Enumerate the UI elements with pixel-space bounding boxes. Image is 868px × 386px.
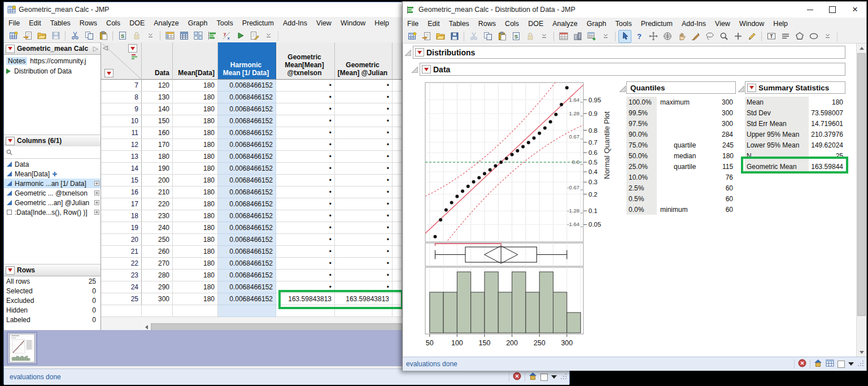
table-cell[interactable]: •: [335, 139, 392, 151]
row-number-cell[interactable]: 23: [101, 270, 142, 281]
row-number-cell[interactable]: 18: [101, 210, 142, 222]
row-number-cell[interactable]: 10: [101, 115, 142, 127]
red-triangle-menu-icon[interactable]: [422, 65, 431, 73]
table-red-icon[interactable]: [557, 30, 570, 43]
row-number-cell[interactable]: 24: [101, 281, 142, 293]
menu-file[interactable]: File: [4, 18, 24, 28]
column-item[interactable]: Data: [4, 159, 101, 169]
save-icon[interactable]: [49, 29, 62, 42]
table-cell[interactable]: 0.0068466152: [218, 234, 276, 246]
home-icon[interactable]: [814, 359, 822, 370]
table-cell[interactable]: 270: [142, 258, 173, 270]
column-item[interactable]: Geometric ... @txnelson: [4, 188, 101, 198]
notes-value[interactable]: https://community.j: [30, 57, 86, 65]
menu-rows[interactable]: Rows: [75, 18, 102, 28]
table-cell[interactable]: 150: [142, 115, 173, 127]
table-row[interactable]: 222701800.0068466152••: [101, 258, 402, 270]
overflow-icon[interactable]: [821, 30, 834, 43]
calc-table-icon[interactable]: [177, 29, 190, 42]
red-triangle-menu-icon[interactable]: [128, 44, 137, 53]
table-cell[interactable]: •: [335, 258, 392, 270]
table-cell[interactable]: 120: [142, 80, 173, 92]
column-item[interactable]: Geometric ...an] @Julian: [4, 198, 101, 207]
table-cell[interactable]: •: [335, 163, 392, 175]
table-cell[interactable]: 290: [142, 281, 173, 293]
table-cell[interactable]: 300: [142, 293, 173, 305]
table-cell[interactable]: •: [335, 115, 392, 127]
table-row[interactable]: 141901800.0068466152••: [101, 163, 402, 175]
table-cell[interactable]: •: [276, 258, 335, 270]
table-cell[interactable]: •: [335, 210, 392, 222]
table-row[interactable]: 172201800.0068466152••: [101, 198, 402, 210]
summary-statistics-header[interactable]: Summary Statistics: [745, 81, 845, 94]
polygon-icon[interactable]: [793, 30, 806, 43]
red-triangle-menu-icon[interactable]: [6, 45, 15, 53]
table-cell[interactable]: 180: [173, 115, 218, 127]
overflow-icon[interactable]: [262, 29, 275, 42]
plus-icon[interactable]: [731, 30, 744, 43]
table-cell[interactable]: •: [276, 163, 335, 175]
table-row[interactable]: 232801800.0068466152••: [101, 270, 402, 281]
menu-tables[interactable]: Tables: [444, 19, 474, 29]
table-cell[interactable]: 180: [173, 258, 218, 270]
report-thumbnail[interactable]: [7, 332, 37, 365]
script-icon[interactable]: [248, 29, 261, 42]
help-icon[interactable]: ?: [633, 30, 645, 43]
textbox-icon[interactable]: T: [765, 30, 778, 43]
distribution-plots[interactable]: 1.641.280.670.0-0.67-1.28-1.640.950.90.8…: [424, 80, 616, 354]
table-cell[interactable]: 0.0068466152: [218, 151, 276, 163]
menu-view[interactable]: View: [710, 19, 735, 29]
table-row[interactable]: 253001800.0068466152163.59843813163.5984…: [101, 293, 402, 305]
column-item-label[interactable]: :Data[Inde...s(), Row() )]: [15, 209, 88, 216]
table-row[interactable]: 121701800.0068466152••: [101, 139, 402, 151]
table-script-item[interactable]: Distribution of Data: [4, 66, 101, 76]
menu-predictum[interactable]: Predictum: [238, 18, 278, 28]
table-cell[interactable]: 160: [142, 127, 173, 139]
table-cell[interactable]: •: [276, 210, 335, 222]
minimize-button[interactable]: [799, 2, 821, 17]
menu-tools[interactable]: Tools: [212, 18, 237, 28]
disclosure-icon[interactable]: [405, 48, 411, 58]
columns-panel-header[interactable]: Columns (6/1): [4, 135, 101, 147]
table-cell[interactable]: •: [276, 246, 335, 258]
columns-search-box[interactable]: [4, 146, 101, 159]
notes-row[interactable]: Notes https://community.j: [4, 56, 101, 66]
globe-icon[interactable]: [661, 30, 674, 43]
table-row[interactable]: 212601800.0068466152••: [101, 246, 402, 258]
report-vscrollbar[interactable]: [856, 44, 866, 357]
row-number-cell[interactable]: 8: [101, 92, 142, 103]
table-cell[interactable]: 0.0068466152: [218, 175, 276, 187]
cut-icon[interactable]: [467, 30, 480, 43]
menu-edit[interactable]: Edit: [24, 18, 46, 28]
menu-graph[interactable]: Graph: [184, 18, 212, 28]
import-icon[interactable]: [420, 30, 433, 43]
table-row[interactable]: 242901800.0068466152••: [101, 281, 402, 293]
table-cell[interactable]: •: [335, 270, 392, 281]
menu-graph[interactable]: Graph: [582, 19, 611, 29]
journal-icon[interactable]: S: [509, 30, 522, 43]
oval-icon[interactable]: [807, 30, 820, 43]
layout-toggle[interactable]: [838, 361, 845, 368]
menu-rows[interactable]: Rows: [474, 19, 500, 29]
menu-add-ins[interactable]: Add-Ins: [278, 18, 312, 28]
lines-icon[interactable]: [779, 30, 792, 43]
table-cell[interactable]: 0.0068466152: [218, 270, 276, 281]
table-cell[interactable]: 0.0068466152: [218, 139, 276, 151]
row-number-cell[interactable]: 19: [101, 222, 142, 234]
move-icon[interactable]: [647, 30, 660, 43]
disclosure-icon[interactable]: [620, 84, 626, 94]
menu-analyze[interactable]: Analyze: [149, 18, 183, 28]
table-cell[interactable]: •: [335, 175, 392, 187]
menu-edit[interactable]: Edit: [423, 19, 444, 29]
table-cell[interactable]: •: [335, 198, 392, 210]
red-triangle-menu-icon[interactable]: [104, 69, 114, 77]
save-icon[interactable]: [448, 30, 461, 43]
lock-icon[interactable]: [524, 30, 536, 43]
table-cell[interactable]: •: [276, 80, 335, 92]
table-cell[interactable]: 0.0068466152: [218, 281, 276, 293]
import-icon[interactable]: [21, 29, 34, 42]
lasso-icon[interactable]: [703, 30, 716, 43]
table-cell[interactable]: •: [335, 80, 392, 92]
row-number-cell[interactable]: 21: [101, 246, 142, 258]
table-colored-icon[interactable]: [163, 29, 176, 42]
